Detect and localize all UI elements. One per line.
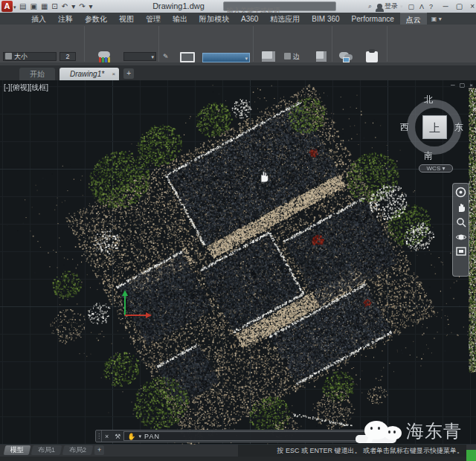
tab-annotate[interactable]: 注释 bbox=[52, 13, 79, 25]
panel-separator bbox=[158, 26, 159, 62]
panel-separator bbox=[387, 26, 387, 62]
scan-colors-icon bbox=[97, 51, 113, 63]
new-tab-button[interactable]: + bbox=[123, 68, 134, 79]
command-caret-icon: ▾ bbox=[139, 433, 142, 439]
tab-a360[interactable]: A360 bbox=[235, 13, 264, 25]
maximize-button[interactable]: ▢ bbox=[456, 2, 463, 10]
viewcube-east[interactable]: 东 bbox=[454, 121, 463, 134]
showmotion-tool-icon[interactable] bbox=[456, 247, 466, 256]
tab-drawing1[interactable]: Drawing1* × bbox=[60, 68, 119, 80]
tab-performance[interactable]: Performance bbox=[346, 13, 400, 25]
redo-icon[interactable]: ↷ bbox=[79, 2, 85, 10]
tab-model[interactable]: 模型 bbox=[4, 445, 31, 455]
viewcube-west[interactable]: 西 bbox=[400, 121, 409, 134]
tab-point-cloud[interactable]: 点云 bbox=[400, 13, 427, 25]
dwg-close-icon[interactable]: × bbox=[469, 82, 473, 88]
exchange-apps-icon[interactable]: ▢ bbox=[408, 3, 414, 10]
viewcube-top-face[interactable]: 上 bbox=[422, 115, 447, 139]
command-close-icon[interactable]: × bbox=[105, 433, 109, 440]
title-bar: A ▾ ▤ ▣ ▦ ⊡ ↶ ▾ ↷ ▾ Drawing1.dwg ⌕ 登录 ▾ … bbox=[0, 0, 476, 13]
section-edge-icon bbox=[284, 53, 291, 59]
file-tab-bar: 开始 Drawing1* × + bbox=[0, 65, 476, 80]
command-bar-handle[interactable]: ⋮ bbox=[96, 431, 102, 442]
tab-output[interactable]: 输出 bbox=[167, 13, 193, 25]
status-bar-lower bbox=[0, 457, 476, 461]
tab-close-icon[interactable]: × bbox=[112, 68, 115, 80]
active-command: PAN bbox=[144, 433, 160, 440]
tab-parametric[interactable]: 参数化 bbox=[79, 13, 113, 25]
section-plane-icon bbox=[262, 51, 275, 62]
watermark: 海东青青 bbox=[348, 415, 476, 446]
rectangle-icon bbox=[180, 52, 195, 62]
drawing-viewport[interactable]: [-][俯视][线框] ─ ▢ × 上 北 南 西 东 WCS ▾ bbox=[0, 80, 476, 445]
point-size-value[interactable]: 2 bbox=[60, 52, 76, 61]
external-reference-icon bbox=[366, 51, 378, 62]
undo-icon[interactable]: ↶ bbox=[62, 2, 68, 10]
titlebar-right-tools: ⌕ 登录 ▾ ▢ Λ ? bbox=[368, 0, 433, 13]
signin-caret-icon: ▾ bbox=[400, 4, 403, 10]
drawing-tab-label: Drawing1* bbox=[70, 70, 104, 78]
undo-caret-icon[interactable]: ▾ bbox=[71, 2, 75, 10]
tab-start[interactable]: 开始 bbox=[19, 68, 55, 80]
status-bar: 模型 布局1 布局2 + 按 ESC 或 ENTER 键退出。 或者单击鼠标右键… bbox=[0, 445, 476, 461]
tab-bim360[interactable]: BIM 360 bbox=[306, 13, 345, 25]
crop-state-dropdown[interactable]: ▾ bbox=[202, 53, 250, 62]
point-size-field[interactable]: 大小 bbox=[3, 52, 57, 61]
new-icon[interactable]: ▤ bbox=[19, 2, 26, 10]
tab-layout2[interactable]: 布局2 bbox=[62, 445, 94, 455]
dwg-restore-icon[interactable]: ▢ bbox=[460, 82, 466, 88]
tab-manage[interactable]: 管理 bbox=[140, 13, 167, 25]
section-line-icon bbox=[316, 51, 327, 62]
tab-insert[interactable]: 插入 bbox=[25, 13, 52, 25]
panel-separator bbox=[84, 26, 85, 62]
navigation-bar[interactable] bbox=[452, 183, 469, 277]
person-icon bbox=[377, 4, 382, 9]
close-button[interactable]: × bbox=[470, 2, 475, 10]
pan-tool-icon[interactable] bbox=[456, 202, 466, 213]
panel-separator bbox=[253, 26, 254, 62]
tab-featured-apps[interactable]: 精选应用 bbox=[264, 13, 306, 25]
viewport-controls-label[interactable]: [-][俯视][线框] bbox=[4, 83, 48, 93]
wcs-dropdown[interactable]: WCS ▾ bbox=[419, 164, 453, 173]
stylize-dropdown[interactable]: ▾ bbox=[123, 52, 156, 61]
dwg-minimize-icon[interactable]: ─ bbox=[451, 82, 455, 88]
orbit-tool-icon[interactable] bbox=[456, 232, 466, 242]
pan-cursor-icon bbox=[257, 170, 271, 184]
tab-view[interactable]: 视图 bbox=[113, 13, 140, 25]
command-line-bar[interactable]: ⋮ × ⚒ ✋ ▾ PAN bbox=[95, 430, 372, 442]
watermark-green-block bbox=[466, 450, 476, 461]
app-logo-icon[interactable]: A bbox=[1, 1, 13, 12]
zoom-tool-icon[interactable] bbox=[456, 217, 466, 228]
point-cloud-manager-icon bbox=[339, 51, 354, 62]
command-customize-icon[interactable]: ⚒ bbox=[115, 433, 120, 440]
viewcube-south[interactable]: 南 bbox=[424, 149, 433, 162]
crop-polyline-icon[interactable]: ✎ bbox=[163, 52, 169, 61]
app-menu-caret-icon[interactable]: ▾ bbox=[13, 4, 16, 10]
new-layout-button[interactable]: + bbox=[94, 445, 104, 455]
autodesk360-icon[interactable]: Λ bbox=[419, 3, 424, 10]
minimize-button[interactable]: ─ bbox=[443, 2, 448, 10]
search-icon[interactable]: ⌕ bbox=[368, 2, 372, 10]
command-input[interactable]: ✋ ▾ PAN bbox=[123, 431, 369, 441]
open-icon[interactable]: ▣ bbox=[30, 2, 36, 10]
point-cloud-canvas[interactable] bbox=[0, 80, 476, 445]
section-edge-button[interactable]: 边 bbox=[284, 52, 300, 61]
signin-button[interactable]: 登录 ▾ bbox=[377, 1, 403, 11]
window-controls: ─ ▢ × bbox=[443, 0, 475, 13]
command-hand-icon: ✋ bbox=[127, 433, 135, 440]
viewcube-north[interactable]: 北 bbox=[424, 94, 433, 106]
navigation-wheel-icon[interactable] bbox=[455, 187, 466, 198]
ribbon-options-icon[interactable]: ▣ ▾ bbox=[431, 16, 442, 22]
help-icon[interactable]: ? bbox=[429, 3, 433, 10]
wechat-icon-small bbox=[384, 426, 402, 440]
help-search-box[interactable] bbox=[223, 1, 336, 11]
tab-layout1[interactable]: 布局1 bbox=[31, 445, 62, 455]
panel-separator bbox=[332, 26, 332, 62]
drawing-window-controls: ─ ▢ × bbox=[451, 82, 473, 88]
plot-icon[interactable]: ⊡ bbox=[51, 2, 57, 10]
save-icon[interactable]: ▦ bbox=[41, 2, 48, 10]
signin-label: 登录 bbox=[385, 1, 398, 11]
tab-addins[interactable]: 附加模块 bbox=[193, 13, 235, 25]
layout-tabs: 模型 布局1 布局2 + bbox=[4, 445, 104, 455]
qat-caret-icon[interactable]: ▾ bbox=[89, 2, 93, 10]
